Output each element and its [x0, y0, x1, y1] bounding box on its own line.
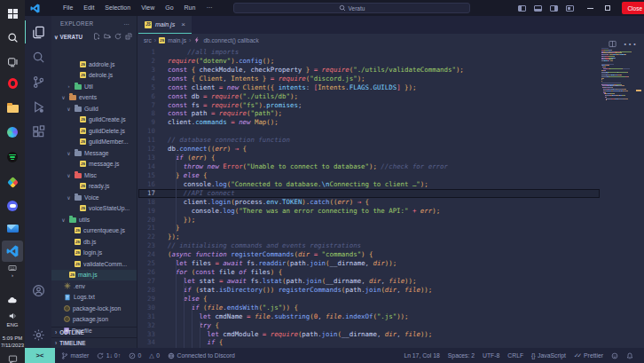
- status-eol[interactable]: CRLF: [507, 352, 523, 359]
- toggle-secondary-sidebar-icon[interactable]: [550, 5, 558, 12]
- tree-item-ready-js[interactable]: JSready.js: [51, 181, 137, 193]
- code-line[interactable]: if (err) {: [168, 154, 600, 162]
- refresh-icon[interactable]: [114, 33, 122, 41]
- code-line[interactable]: }: [168, 224, 600, 233]
- tree-item-guildmember-[interactable]: JSguildMember...: [51, 137, 137, 148]
- notification-center-icon[interactable]: [0, 351, 25, 363]
- menu-run[interactable]: Run: [179, 0, 201, 16]
- new-file-icon[interactable]: [93, 33, 100, 41]
- new-folder-icon[interactable]: [104, 33, 111, 41]
- status-indentation[interactable]: Spaces: 2: [448, 352, 475, 359]
- code-line[interactable]: console.log("There was an error connecti…: [168, 207, 600, 216]
- start-button-icon[interactable]: [2, 3, 23, 24]
- activity-extensions-icon[interactable]: [25, 120, 51, 143]
- tree-item-login-js[interactable]: JSlogin.js: [51, 248, 137, 259]
- code-line[interactable]: //all imports: [168, 48, 600, 57]
- breadcrumb-item[interactable]: main.js: [168, 37, 186, 43]
- clock-date[interactable]: 7/11/2023: [0, 343, 25, 349]
- editor-more-actions-icon[interactable]: ⋯: [623, 36, 637, 52]
- collapse-all-icon[interactable]: [125, 33, 132, 41]
- customize-layout-icon[interactable]: [566, 5, 574, 12]
- tab-main-js[interactable]: JS main.js ×: [138, 16, 192, 34]
- code-line[interactable]: const db = require("./utils/db");: [168, 92, 600, 101]
- status-git-sync[interactable]: 1↓ 0↑: [97, 352, 121, 359]
- maximize-button[interactable]: [605, 5, 610, 11]
- status-language-mode[interactable]: {}JavaScript: [531, 352, 566, 359]
- tree-item-package-json[interactable]: package.json: [51, 314, 137, 326]
- code-line[interactable]: });: [168, 233, 600, 241]
- code-line[interactable]: require("dotenv").config();: [168, 57, 600, 66]
- code-line[interactable]: // initialising commands and events regi…: [168, 241, 600, 250]
- code-line[interactable]: try {: [168, 321, 600, 330]
- discord-icon[interactable]: [2, 195, 23, 217]
- code-line[interactable]: for (const file of files) {: [168, 268, 600, 277]
- menu-go[interactable]: Go: [160, 0, 178, 16]
- tree-item-guilddelete-js[interactable]: JSguildDelete.js: [51, 125, 137, 137]
- workspace-section-header[interactable]: ∨ VERATU: [51, 30, 137, 43]
- tree-item-main-js[interactable]: JSmain.js: [51, 270, 137, 281]
- code-line[interactable]: // database connection function: [168, 136, 600, 145]
- file-explorer-icon[interactable]: [2, 97, 23, 118]
- code-line[interactable]: if (stat.isDirectory()) registerCommands…: [168, 286, 600, 295]
- activity-account-icon[interactable]: [25, 279, 51, 302]
- menu-⋯[interactable]: ⋯: [200, 0, 217, 16]
- mail-icon[interactable]: [2, 217, 23, 239]
- tree-item-delrole-js[interactable]: JSdelrole.js: [51, 70, 137, 82]
- tree-item-message[interactable]: ∨Message: [51, 147, 137, 159]
- game-bar-icon[interactable]: [2, 171, 23, 193]
- remote-indicator[interactable]: ><: [25, 348, 55, 363]
- code-line[interactable]: const path = require("path");: [168, 109, 600, 118]
- status-discord-status[interactable]: Connected to Discord: [168, 352, 235, 359]
- status-notifications[interactable]: [626, 352, 633, 359]
- code-line[interactable]: const fs = require("fs").promises;: [168, 101, 600, 110]
- tree-item-utils[interactable]: ∨utils: [51, 214, 137, 225]
- vscode-taskbar-icon[interactable]: [2, 241, 23, 262]
- clock-time[interactable]: 5:09 PM: [0, 335, 25, 342]
- status-prettier[interactable]: ✓✓Prettier: [574, 352, 603, 359]
- edge-icon[interactable]: [2, 122, 23, 143]
- sidebar-more-actions-icon[interactable]: ⋯: [123, 20, 130, 27]
- tree-item-addrole-js[interactable]: JSaddrole.js: [51, 59, 137, 70]
- hidden-icons-chevron[interactable]: ›: [0, 272, 25, 279]
- tree-item-voice[interactable]: ∨Voice: [51, 192, 137, 203]
- tree-item-logs-txt[interactable]: Logs.txt: [51, 292, 137, 304]
- activity-settings-icon[interactable]: [25, 323, 51, 346]
- tree-item-guild[interactable]: ∨Guild: [51, 103, 137, 114]
- code-line[interactable]: let stat = await fs.lstat(path.join(__di…: [168, 277, 600, 286]
- status-cursor-position[interactable]: Ln 17, Col 18: [404, 352, 439, 359]
- code-line[interactable]: const { checkModule, checkProperty } = r…: [168, 66, 600, 75]
- activity-search-icon[interactable]: [25, 45, 51, 68]
- code-line[interactable]: (async function registerCommands(dir = "…: [168, 250, 600, 259]
- toggle-sidebar-icon[interactable]: [518, 5, 526, 12]
- activity-explorer-icon[interactable]: [25, 20, 51, 43]
- code-line[interactable]: //API connect: [168, 189, 600, 198]
- code-line[interactable]: let cmdModule = require(path.join(__dirn…: [168, 330, 600, 339]
- tree-item-message-js[interactable]: JSmessage.js: [51, 159, 137, 170]
- tree-item-db-js[interactable]: JSdb.js: [51, 236, 137, 248]
- menu-edit[interactable]: Edit: [78, 0, 99, 16]
- minimize-button[interactable]: [587, 8, 593, 9]
- task-view-icon[interactable]: [2, 51, 23, 72]
- code-line[interactable]: db.connect((err) ⇒ {: [168, 145, 600, 154]
- menu-file[interactable]: File: [58, 0, 78, 16]
- status-feedback[interactable]: [611, 352, 618, 359]
- status-git-branch[interactable]: master: [61, 352, 89, 359]
- panel-timeline[interactable]: ›TIMELINE: [51, 337, 137, 348]
- tree-item-currentqueue-js[interactable]: JScurrentqueue.js: [51, 225, 137, 237]
- activity-run-debug-icon[interactable]: [25, 95, 51, 118]
- tree-item-guildcreate-js[interactable]: JSguildCreate.js: [51, 114, 137, 126]
- close-button[interactable]: Close: [622, 2, 644, 14]
- code-line[interactable]: let files = await fs.readdir(path.join(_…: [168, 259, 600, 268]
- code-line[interactable]: client.login(process.env.TOKEN).catch((e…: [168, 198, 600, 207]
- tree-item--env[interactable]: .env: [51, 280, 137, 292]
- code-line[interactable]: if {: [168, 338, 600, 347]
- code-line[interactable]: [168, 127, 600, 136]
- language-indicator[interactable]: ENG: [0, 322, 25, 328]
- panel-outline[interactable]: ›OUTLINE: [51, 327, 137, 337]
- code-line[interactable]: const client = new Client({ intents: [In…: [168, 83, 600, 92]
- code-line[interactable]: let cmdName = file.substring(0, file.ind…: [168, 312, 600, 321]
- tree-item-events[interactable]: ∨events: [51, 92, 137, 104]
- code-line[interactable]: const { Client, Intents } = require("dis…: [168, 75, 600, 83]
- code-line[interactable]: client.commands = new Map();: [168, 118, 600, 127]
- code-line[interactable]: });: [168, 216, 600, 225]
